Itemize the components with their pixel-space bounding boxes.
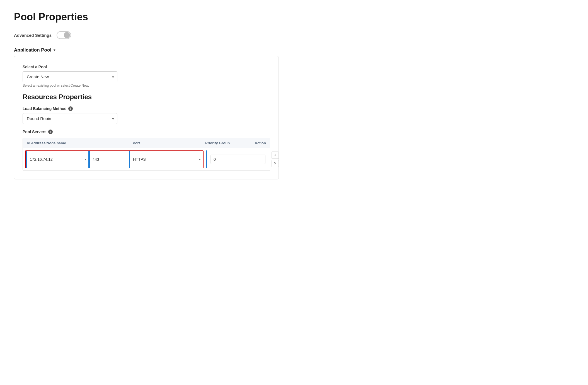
header-action: Action: [246, 138, 270, 148]
select-pool-hint: Select an existing pool or select Create…: [23, 84, 270, 87]
advanced-settings-row: Advanced Settings: [14, 31, 279, 39]
add-row-button[interactable]: +: [272, 152, 279, 159]
toggle-knob: [64, 32, 70, 38]
ip-dropdown[interactable]: 172.16.74.12: [27, 154, 88, 164]
pool-servers-info-icon[interactable]: i: [48, 130, 53, 134]
port-input[interactable]: [90, 154, 129, 164]
pool-card: Select a Pool Create New Pool1 Pool2 ▾ S…: [14, 56, 279, 179]
port-cell: [90, 154, 129, 164]
advanced-settings-toggle[interactable]: [57, 31, 71, 39]
load-balancing-group: Load Balancing Method i Round Robin Leas…: [23, 106, 270, 124]
protocol-dropdown[interactable]: HTTPS HTTP TCP: [130, 154, 203, 164]
load-balancing-label: Load Balancing Method: [23, 106, 67, 111]
header-priority-group: Priority Group: [201, 138, 246, 148]
protocol-cell: HTTPS HTTP TCP ▾: [130, 154, 203, 164]
pool-servers-label: Pool Servers: [23, 130, 47, 134]
header-port: Port: [129, 138, 201, 148]
priority-input[interactable]: [210, 155, 265, 164]
table-row: 172.16.74.12 ▾ HTTPS: [23, 148, 270, 170]
advanced-settings-label: Advanced Settings: [14, 33, 52, 38]
priority-cell: [204, 150, 269, 168]
resources-properties-heading: Resources Properties: [23, 93, 270, 101]
header-ip: IP Address/Node name: [23, 138, 129, 148]
load-balancing-dropdown[interactable]: Round Robin Least Connections IP Hash: [23, 113, 117, 124]
remove-row-button[interactable]: ×: [272, 160, 279, 167]
pool-servers-table: IP Address/Node name Port Priority Group…: [23, 138, 270, 171]
application-pool-label: Application Pool: [14, 47, 51, 53]
application-pool-chevron-icon: ▾: [54, 48, 55, 52]
ip-cell: 172.16.74.12 ▾: [27, 154, 88, 164]
select-pool-label: Select a Pool: [23, 65, 270, 69]
load-balancing-wrapper: Round Robin Least Connections IP Hash ▾: [23, 113, 117, 124]
ip-port-protocol-group: 172.16.74.12 ▾ HTTPS: [25, 150, 204, 168]
priority-blue-bar: [206, 150, 207, 168]
select-pool-group: Select a Pool Create New Pool1 Pool2 ▾ S…: [23, 65, 270, 87]
load-balancing-info-icon[interactable]: i: [68, 106, 73, 111]
page-title: Pool Properties: [14, 11, 279, 23]
pool-servers-section: Pool Servers i IP Address/Node name Port…: [23, 130, 270, 171]
application-pool-section-header[interactable]: Application Pool ▾: [14, 47, 279, 56]
select-pool-dropdown[interactable]: Create New Pool1 Pool2: [23, 71, 117, 82]
select-pool-wrapper: Create New Pool1 Pool2 ▾: [23, 71, 117, 82]
action-cell: + ×: [269, 150, 282, 168]
table-header: IP Address/Node name Port Priority Group…: [23, 138, 270, 148]
